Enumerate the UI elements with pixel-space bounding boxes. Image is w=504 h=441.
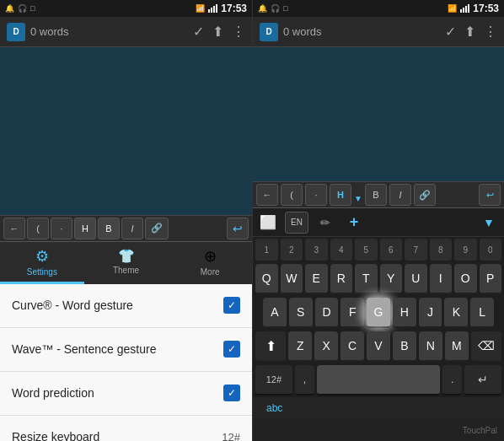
more-button-right[interactable]: ⋮ bbox=[484, 24, 497, 40]
word-count-right: 0 words bbox=[283, 25, 440, 38]
language-button[interactable]: EN bbox=[285, 212, 308, 234]
kb-i-btn[interactable]: I bbox=[389, 184, 411, 206]
num-6[interactable]: 6 bbox=[380, 239, 403, 261]
toolbar-arrow-left[interactable]: ← bbox=[3, 218, 25, 239]
status-bar-right: 🔔 🎧 □ 📶 17:53 bbox=[253, 0, 504, 17]
wifi-icon: 📶 bbox=[196, 4, 205, 13]
settings-list: Curve® - Word gesture ✓ Wave™ - Sentence… bbox=[0, 284, 252, 442]
settings-tab-label: Settings bbox=[27, 267, 57, 277]
kb-dot[interactable]: · bbox=[305, 184, 327, 206]
toolbar-dot[interactable]: · bbox=[51, 218, 72, 239]
num-3[interactable]: 3 bbox=[305, 239, 328, 261]
key-enter[interactable]: ↵ bbox=[464, 365, 501, 395]
key-m[interactable]: M bbox=[445, 331, 469, 362]
key-c[interactable]: C bbox=[340, 331, 364, 362]
kb-link-btn[interactable]: 🔗 bbox=[414, 184, 436, 206]
num-8[interactable]: 8 bbox=[430, 239, 453, 261]
key-i[interactable]: I bbox=[430, 264, 453, 294]
kb-back-arrow[interactable]: ↩ bbox=[479, 184, 501, 206]
wave-checkbox[interactable]: ✓ bbox=[223, 341, 240, 358]
check-button-left[interactable]: ✓ bbox=[193, 24, 204, 40]
tab-more[interactable]: ⊕ More bbox=[168, 242, 252, 284]
pencil-icon[interactable]: ✏ bbox=[314, 212, 337, 234]
settings-icon: ⚙ bbox=[35, 247, 49, 266]
arrow-left-icon: ← bbox=[10, 223, 19, 234]
toolbar-h[interactable]: H bbox=[74, 218, 96, 239]
left-panel: 🔔 🎧 □ 📶 17:53 D 0 words ✓ ⬆ ⋮ ← bbox=[0, 0, 252, 441]
key-j[interactable]: J bbox=[419, 298, 442, 328]
key-k[interactable]: K bbox=[444, 298, 468, 328]
key-l[interactable]: L bbox=[470, 298, 494, 328]
key-n[interactable]: N bbox=[419, 331, 442, 362]
word-prediction-label: Word prediction bbox=[12, 386, 223, 400]
key-s[interactable]: S bbox=[289, 298, 313, 328]
key-v[interactable]: V bbox=[367, 331, 390, 362]
key-u[interactable]: U bbox=[405, 264, 427, 294]
key-p[interactable]: P bbox=[480, 264, 502, 294]
num-9[interactable]: 9 bbox=[454, 239, 477, 261]
prediction-bar: abc bbox=[253, 397, 504, 419]
key-t[interactable]: T bbox=[355, 264, 378, 294]
key-period[interactable]: . bbox=[442, 365, 462, 395]
toolbar-b[interactable]: B bbox=[98, 218, 120, 239]
key-backspace[interactable]: ⌫ bbox=[471, 331, 501, 362]
key-o[interactable]: O bbox=[454, 264, 477, 294]
status-right-right: 📶 17:53 bbox=[448, 3, 499, 14]
toolbar-link[interactable]: 🔗 bbox=[145, 218, 169, 239]
num-2[interactable]: 2 bbox=[281, 239, 303, 261]
text-area-right[interactable] bbox=[253, 47, 504, 181]
share-button-right[interactable]: ⬆ bbox=[464, 24, 475, 40]
key-z[interactable]: Z bbox=[288, 331, 312, 362]
key-y[interactable]: Y bbox=[380, 264, 403, 294]
key-g[interactable]: G bbox=[367, 298, 390, 328]
signal-bars-right bbox=[460, 4, 469, 13]
plus-button[interactable]: + bbox=[342, 212, 366, 234]
key-space[interactable] bbox=[317, 365, 440, 395]
num-0[interactable]: 0 bbox=[480, 239, 502, 261]
curve-checkbox[interactable]: ✓ bbox=[223, 297, 240, 314]
key-b[interactable]: B bbox=[393, 331, 416, 362]
prediction-word[interactable]: abc bbox=[260, 402, 289, 414]
key-r[interactable]: R bbox=[330, 264, 353, 294]
screenshot-icon: □ bbox=[30, 4, 35, 13]
action-bar-right: D 0 words ✓ ⬆ ⋮ bbox=[253, 17, 504, 47]
key-q[interactable]: Q bbox=[255, 264, 278, 294]
key-x[interactable]: X bbox=[314, 331, 338, 362]
key-comma[interactable]: , bbox=[295, 365, 314, 395]
share-button-left[interactable]: ⬆ bbox=[212, 24, 223, 40]
keyboard-icons-row: ⬜ EN ✏ + ▼ bbox=[253, 208, 504, 237]
key-e[interactable]: E bbox=[305, 264, 328, 294]
kb-arrow-left[interactable]: ← bbox=[256, 184, 278, 206]
num-7[interactable]: 7 bbox=[405, 239, 427, 261]
setting-curve[interactable]: Curve® - Word gesture ✓ bbox=[0, 284, 252, 328]
setting-resize[interactable]: Resize keyboard 12# bbox=[0, 416, 252, 442]
kb-h-btn[interactable]: H bbox=[330, 184, 351, 206]
more-button-left[interactable]: ⋮ bbox=[232, 24, 245, 40]
key-a[interactable]: A bbox=[263, 298, 287, 328]
kb-paren[interactable]: ( bbox=[281, 184, 303, 206]
tab-settings[interactable]: ⚙ Settings bbox=[0, 242, 84, 284]
key-num-switch[interactable]: 12# bbox=[255, 365, 292, 395]
key-f[interactable]: F bbox=[340, 298, 364, 328]
key-d[interactable]: D bbox=[315, 298, 339, 328]
key-w[interactable]: W bbox=[281, 264, 303, 294]
setting-word-prediction[interactable]: Word prediction ✓ bbox=[0, 372, 252, 416]
check-button-right[interactable]: ✓ bbox=[445, 24, 456, 40]
num-5[interactable]: 5 bbox=[355, 239, 378, 261]
word-prediction-checkbox[interactable]: ✓ bbox=[223, 385, 240, 401]
status-left-icons: 🔔 🎧 □ bbox=[5, 4, 35, 13]
key-shift[interactable]: ⬆ bbox=[255, 331, 286, 362]
setting-wave[interactable]: Wave™ - Sentence gesture ✓ bbox=[0, 328, 252, 372]
num-1[interactable]: 1 bbox=[255, 239, 278, 261]
text-area-left[interactable] bbox=[0, 47, 252, 215]
cursor-mode-icon[interactable]: ⬜ bbox=[256, 212, 280, 234]
num-4[interactable]: 4 bbox=[330, 239, 353, 261]
tab-theme[interactable]: 👕 Theme bbox=[84, 242, 169, 284]
keyboard-dropdown[interactable]: ▼ bbox=[477, 212, 501, 234]
kb-b-btn[interactable]: B bbox=[365, 184, 387, 206]
key-h[interactable]: H bbox=[393, 298, 416, 328]
toolbar-i[interactable]: I bbox=[121, 218, 143, 239]
toolbar-paren[interactable]: ( bbox=[27, 218, 49, 239]
toolbar-back[interactable]: ↩ bbox=[227, 218, 249, 239]
key-row-3: ⬆ Z X C V B N M ⌫ bbox=[253, 330, 504, 363]
